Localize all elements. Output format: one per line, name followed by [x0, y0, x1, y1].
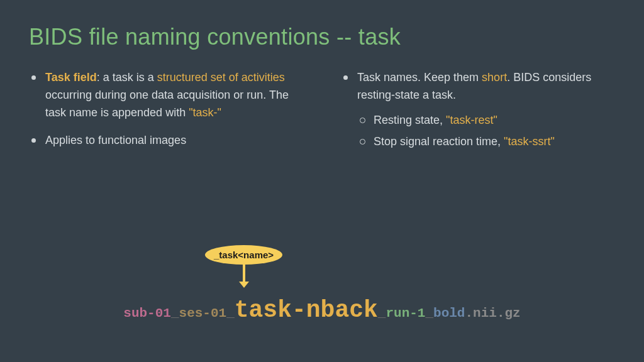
- content-columns: Task field: a task is a structured set o…: [0, 50, 644, 161]
- example-filename: sub-01_ses-01_task-nback_run-1_bold.nii.…: [0, 297, 644, 324]
- underscore: _: [378, 306, 386, 321]
- highlight-task-prefix: "task-": [189, 106, 221, 119]
- bullet-applies-functional: Applies to functional images: [29, 132, 303, 150]
- bullet-task-field: Task field: a task is a structured set o…: [29, 69, 303, 122]
- underscore: _: [171, 306, 179, 321]
- page-title: BIDS file naming conventions -- task: [0, 0, 644, 50]
- text: Resting state,: [374, 114, 446, 126]
- arrow-down-icon: [243, 265, 245, 282]
- filename-bold: bold: [433, 306, 465, 321]
- bullet-task-names: Task names. Keep them short. BIDS consid…: [341, 69, 615, 151]
- filename-ses: ses-01: [179, 306, 227, 321]
- text: Task names. Keep them: [357, 71, 482, 84]
- text: Stop signal reaction time,: [374, 135, 504, 148]
- left-column: Task field: a task is a structured set o…: [29, 69, 303, 161]
- highlight-structured: structured set of activities: [157, 71, 285, 84]
- right-column: Task names. Keep them short. BIDS consid…: [341, 69, 615, 161]
- filename-task: task-nback: [235, 297, 378, 324]
- highlight-short: short: [482, 71, 507, 84]
- highlight-task-ssrt: "task-ssrt": [504, 135, 555, 148]
- subbullet-rest: Resting state, "task-rest": [357, 112, 615, 129]
- filename-sub: sub-01: [123, 306, 171, 321]
- callout-bubble: _task<name>: [205, 245, 282, 265]
- text: occurring during one data acquisition or…: [45, 89, 289, 119]
- filename-run: run-1: [386, 306, 425, 321]
- underscore: _: [425, 306, 433, 321]
- text: : a task is a: [97, 71, 157, 84]
- subbullet-ssrt: Stop signal reaction time, "task-ssrt": [357, 133, 615, 151]
- callout-task-name: _task<name>: [205, 245, 282, 282]
- task-field-label: Task field: [45, 71, 97, 84]
- highlight-task-rest: "task-rest": [446, 114, 497, 126]
- filename-ext: .nii.gz: [465, 306, 520, 321]
- underscore: _: [226, 306, 235, 321]
